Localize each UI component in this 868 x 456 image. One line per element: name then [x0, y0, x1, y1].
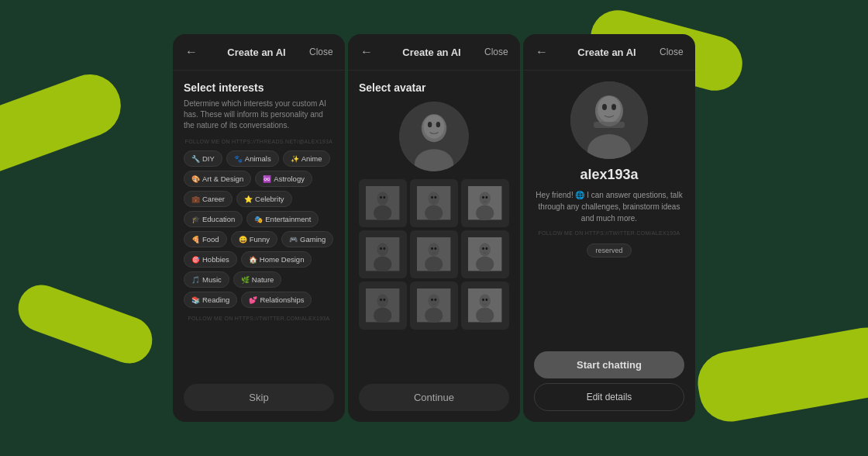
panel-profile-content: alex193a Hey friend! 🌐 I can answer ques… — [523, 71, 695, 344]
tag-icon: 🎮 — [289, 236, 298, 244]
avatar-thumb-4[interactable] — [359, 230, 407, 278]
interest-tag-music[interactable]: 🎵Music — [184, 271, 229, 288]
interest-tag-diy[interactable]: 🔧DIY — [184, 150, 222, 167]
panel-interests-title: Create an AI — [204, 47, 309, 58]
tag-icon: 🌿 — [241, 276, 250, 284]
avatar-thumb-5[interactable] — [410, 230, 458, 278]
interest-tag-home-design[interactable]: 🏠Home Design — [241, 251, 312, 268]
svg-point-47 — [480, 295, 491, 308]
interest-tag-reading[interactable]: 📚Reading — [184, 292, 237, 308]
watermark-twitter-profile: FOLLOW ME ON HTTPS://TWITTER.COM/ALEX193… — [534, 230, 684, 236]
tag-icon: 🔧 — [191, 155, 200, 163]
tag-icon: 🏠 — [249, 256, 257, 264]
tag-label: Education — [202, 215, 235, 223]
skip-button[interactable]: Skip — [184, 384, 334, 411]
svg-point-30 — [435, 247, 437, 250]
tag-icon: 🍕 — [191, 236, 200, 244]
interest-tag-hobbies[interactable]: 🎯Hobbies — [184, 251, 237, 268]
svg-point-17 — [480, 192, 491, 206]
interest-tag-food[interactable]: 🍕Food — [184, 231, 227, 247]
interest-tag-education[interactable]: 🎓Education — [184, 211, 243, 227]
thumb-face-svg-3 — [468, 186, 501, 219]
edit-details-button[interactable]: Edit details — [534, 383, 684, 411]
tag-label: Animals — [245, 154, 271, 163]
avatar-section-title: Select avatar — [359, 81, 509, 94]
tag-icon: ✨ — [291, 155, 299, 163]
avatar-thumb-2[interactable] — [410, 179, 458, 227]
tag-icon: 💕 — [249, 296, 257, 304]
panel-avatar-header: ← Create an AI Close — [348, 34, 520, 71]
interest-tag-career[interactable]: 💼Career — [184, 191, 232, 207]
svg-point-32 — [480, 244, 491, 257]
bg-decoration-bl — [12, 278, 159, 370]
svg-point-24 — [380, 247, 382, 250]
bg-decoration-tl — [0, 66, 129, 182]
close-button-interests[interactable]: Close — [309, 47, 332, 57]
interest-tag-astrology[interactable]: ♾️Astrology — [255, 171, 312, 187]
interest-tag-gaming[interactable]: 🎮Gaming — [281, 231, 333, 247]
panel-avatar-content: Select avatar — [348, 71, 520, 376]
avatar-thumb-8[interactable] — [410, 282, 458, 330]
start-chatting-button[interactable]: Start chatting — [534, 351, 684, 378]
svg-point-25 — [384, 247, 386, 250]
svg-point-5 — [436, 122, 440, 127]
continue-button[interactable]: Continue — [359, 384, 509, 411]
panel-profile-title: Create an AI — [554, 47, 660, 58]
back-button-interests[interactable]: ← — [185, 45, 204, 59]
tag-label: Entertainment — [265, 215, 311, 223]
svg-rect-57 — [594, 122, 625, 128]
panel-interests: ← Create an AI Close Select interests De… — [173, 34, 345, 422]
profile-username: alex193a — [534, 167, 684, 183]
avatar-thumb-1[interactable] — [359, 179, 407, 227]
svg-point-42 — [429, 295, 439, 308]
svg-point-14 — [431, 196, 433, 199]
panel-avatar-footer: Continue — [348, 376, 520, 422]
tag-label: Hobbies — [202, 255, 229, 264]
svg-point-49 — [482, 299, 484, 302]
back-button-avatar[interactable]: ← — [360, 45, 379, 59]
svg-point-12 — [429, 192, 439, 206]
svg-point-34 — [482, 247, 484, 250]
thumb-face-svg-1 — [366, 186, 399, 219]
panel-profile: ← Create an AI Close alex193a Hey frien — [523, 34, 695, 422]
tag-label: Reading — [202, 295, 229, 304]
tag-icon: 📚 — [191, 296, 200, 304]
thumb-face-svg-5 — [417, 237, 450, 271]
interest-tag-funny[interactable]: 😄Funny — [231, 231, 277, 247]
panel-interests-footer: Skip — [173, 376, 345, 422]
svg-point-50 — [486, 299, 488, 302]
panel-interests-header: ← Create an AI Close — [173, 34, 345, 71]
profile-bio: Hey friend! 🌐 I can answer questions, ta… — [534, 189, 684, 224]
svg-point-10 — [384, 196, 386, 199]
svg-point-9 — [380, 196, 382, 199]
thumb-face-svg-4 — [366, 237, 399, 271]
interest-tag-entertainment[interactable]: 🎭Entertainment — [246, 211, 319, 227]
avatar-thumb-3[interactable] — [461, 179, 509, 227]
bg-decoration-br — [693, 323, 868, 427]
svg-point-56 — [611, 104, 616, 110]
panel-avatar-title: Create an AI — [379, 47, 484, 58]
interest-tag-art-&-design[interactable]: 🎨Art & Design — [184, 171, 251, 187]
close-button-profile[interactable]: Close — [660, 47, 683, 57]
close-button-avatar[interactable]: Close — [484, 47, 508, 57]
avatar-thumb-7[interactable] — [359, 282, 407, 330]
tag-label: Relationships — [260, 295, 304, 304]
avatar-thumb-6[interactable] — [461, 230, 509, 278]
profile-avatar — [570, 81, 648, 159]
panels-container: ← Create an AI Close Select interests De… — [173, 34, 695, 422]
interest-tag-animals[interactable]: 🐾Animals — [226, 150, 279, 167]
interest-tag-nature[interactable]: 🌿Nature — [233, 271, 282, 288]
back-button-profile[interactable]: ← — [536, 45, 554, 59]
tag-label: Food — [202, 235, 219, 244]
tag-label: Celebrity — [255, 195, 284, 203]
svg-point-39 — [380, 299, 382, 302]
thumb-face-svg-9 — [468, 288, 501, 322]
interest-tag-anime[interactable]: ✨Anime — [283, 150, 330, 167]
interest-tag-celebrity[interactable]: ⭐Celebrity — [236, 191, 292, 207]
avatar-thumb-9[interactable] — [461, 282, 509, 330]
interests-grid: 🔧DIY🐾Animals✨Anime🎨Art & Design♾️Astrolo… — [184, 150, 334, 308]
profile-face-svg — [570, 81, 648, 159]
svg-point-54 — [598, 96, 621, 123]
tag-icon: 🎯 — [191, 256, 200, 264]
interest-tag-relationships[interactable]: 💕Relationships — [241, 292, 312, 308]
